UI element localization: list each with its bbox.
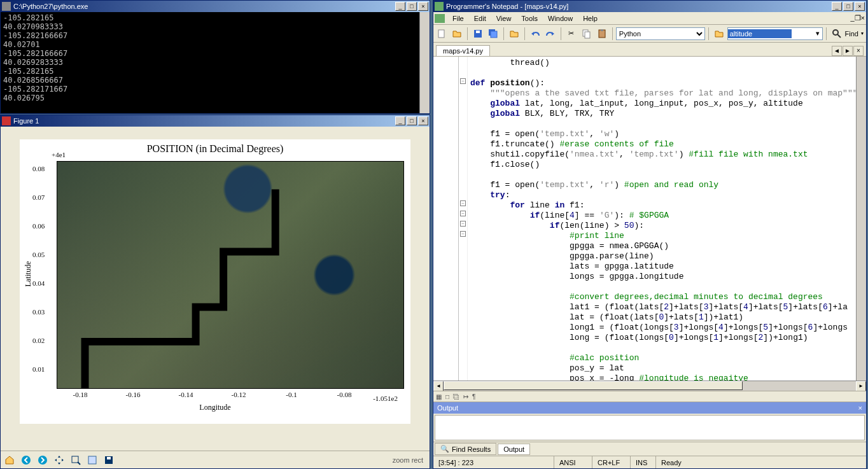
save-icon[interactable]	[471, 27, 485, 41]
search-icon: 🔍	[440, 445, 449, 453]
menu-view[interactable]: View	[491, 13, 517, 24]
console-window: C:\Python27\python.exe _ □ × -105.282165…	[0, 0, 430, 114]
redo-icon[interactable]	[543, 27, 557, 41]
output-panel-body[interactable]	[435, 415, 865, 440]
configure-button[interactable]	[85, 452, 100, 468]
svg-rect-15	[601, 29, 603, 31]
tool-icon[interactable]: ¶	[472, 393, 475, 400]
map-canvas[interactable]	[57, 161, 404, 389]
forward-button[interactable]	[35, 452, 50, 468]
svg-rect-13	[585, 32, 590, 38]
doc-restore-button[interactable]: ❐	[855, 14, 861, 22]
fold-box-icon[interactable]: −	[460, 231, 466, 237]
tool-icon[interactable]: ⿻	[453, 393, 459, 400]
minimize-button[interactable]: _	[832, 2, 842, 11]
svg-rect-4	[88, 456, 96, 464]
menu-help[interactable]: Help	[578, 13, 603, 24]
search-combo[interactable]: altitude▾	[727, 27, 823, 40]
open-file-icon[interactable]	[450, 27, 464, 41]
tab-maps-v14[interactable]: maps-v14.py	[436, 45, 490, 56]
gps-track	[57, 162, 403, 389]
pn-icon	[435, 2, 444, 11]
tool-icon[interactable]: ▦	[436, 393, 442, 400]
home-button[interactable]	[2, 452, 17, 468]
pan-button[interactable]	[52, 452, 67, 468]
code-editor[interactable]: − − − − − thread() def position(): """op…	[433, 57, 866, 381]
ytick: 0.07	[32, 193, 45, 201]
maximize-button[interactable]: □	[843, 2, 853, 11]
fold-gutter[interactable]: − − − − −	[459, 57, 468, 381]
console-scrollbar[interactable]	[419, 12, 430, 113]
toolbar-status: zoom rect	[393, 456, 423, 464]
toolbar-folder-icon[interactable]	[712, 27, 726, 41]
scroll-left-icon[interactable]: ◄	[433, 381, 444, 391]
new-file-icon[interactable]	[435, 27, 449, 41]
minimize-button[interactable]: _	[395, 116, 405, 125]
code-text[interactable]: thread() def position(): """opens a the …	[468, 57, 856, 381]
tab-close-button[interactable]: ×	[853, 46, 864, 56]
save-button[interactable]	[101, 452, 116, 468]
chart-title: POSITION (in Decimal Degrees)	[20, 143, 410, 155]
console-titlebar[interactable]: C:\Python27\python.exe _ □ ×	[1, 1, 430, 12]
fold-box-icon[interactable]: −	[460, 211, 466, 216]
ytick: 0.01	[32, 365, 45, 373]
tab-find-results[interactable]: 🔍Find Results	[435, 443, 496, 455]
fold-box-icon[interactable]: −	[460, 78, 466, 84]
fold-box-icon[interactable]: −	[460, 200, 466, 206]
doc-close-button[interactable]: ×	[861, 14, 865, 22]
code-scrollbar-h[interactable]: ◄ ►	[433, 381, 866, 391]
zoom-button[interactable]	[68, 452, 83, 468]
ytick: 0.03	[32, 308, 45, 316]
figure-titlebar[interactable]: Figure 1 _ □ ×	[1, 115, 430, 127]
code-scrollbar-v[interactable]	[856, 57, 866, 381]
tab-output[interactable]: Output	[498, 444, 530, 455]
paste-icon[interactable]	[595, 27, 609, 41]
console-output[interactable]: -105.282165 40.0270983333 -105.282166667…	[1, 12, 419, 113]
figure-body: POSITION (in Decimal Degrees) +4e1 Latit…	[1, 127, 430, 468]
scroll-right-icon[interactable]: ►	[856, 381, 866, 391]
programmers-notepad-window: Programmer's Notepad - [maps-v14.py] _ □…	[433, 0, 867, 469]
menu-edit[interactable]: Edit	[469, 13, 491, 24]
statusbar: [3:54] : 223 ANSI CR+LF INS Ready	[433, 456, 866, 468]
minimize-button[interactable]: _	[395, 2, 405, 11]
figure-title: Figure 1	[13, 117, 394, 125]
console-icon	[2, 2, 11, 11]
find-dropdown-icon[interactable]: ▾	[860, 31, 865, 36]
output-panel-header[interactable]: Output ×	[433, 402, 866, 414]
close-button[interactable]: ×	[418, 116, 428, 125]
pn-titlebar[interactable]: Programmer's Notepad - [maps-v14.py] _ □…	[433, 1, 866, 12]
close-button[interactable]: ×	[418, 2, 428, 11]
undo-icon[interactable]	[528, 27, 542, 41]
ytick: 0.02	[32, 337, 45, 344]
menu-file[interactable]: File	[447, 13, 469, 24]
back-button[interactable]	[18, 452, 34, 468]
status-position: [3:54] : 223	[433, 456, 554, 468]
pn-app-icon	[435, 14, 445, 23]
project-icon[interactable]	[507, 27, 521, 41]
output-close-icon[interactable]: ×	[858, 404, 862, 412]
save-all-icon[interactable]	[486, 27, 500, 41]
ytick: 0.06	[32, 222, 45, 230]
maximize-button[interactable]: □	[407, 116, 417, 125]
copy-icon[interactable]	[580, 27, 594, 41]
status-ins: INS	[631, 456, 656, 468]
tool-icon[interactable]: □	[445, 393, 449, 400]
fold-box-icon[interactable]: −	[460, 221, 466, 227]
language-combo[interactable]: Python	[616, 27, 705, 40]
cut-icon[interactable]: ✂	[564, 27, 578, 41]
menu-tools[interactable]: Tools	[516, 13, 543, 24]
scroll-thumb[interactable]	[444, 381, 743, 390]
ytick: 0.04	[32, 279, 45, 287]
tab-next-button[interactable]: ►	[843, 46, 853, 56]
menu-window[interactable]: Window	[543, 13, 578, 24]
output-mini-toolbar: ▦ □ ⿻ ↦ ¶	[433, 391, 866, 402]
tab-prev-button[interactable]: ◄	[832, 46, 842, 56]
find-icon[interactable]	[830, 27, 844, 41]
status-state: Ready	[656, 456, 866, 468]
plot-area[interactable]: POSITION (in Decimal Degrees) +4e1 Latit…	[20, 139, 410, 424]
close-button[interactable]: ×	[855, 2, 865, 11]
tool-icon[interactable]: ↦	[463, 393, 468, 400]
tk-icon	[2, 116, 11, 125]
maximize-button[interactable]: □	[407, 2, 417, 11]
status-eol: CR+LF	[592, 456, 631, 468]
